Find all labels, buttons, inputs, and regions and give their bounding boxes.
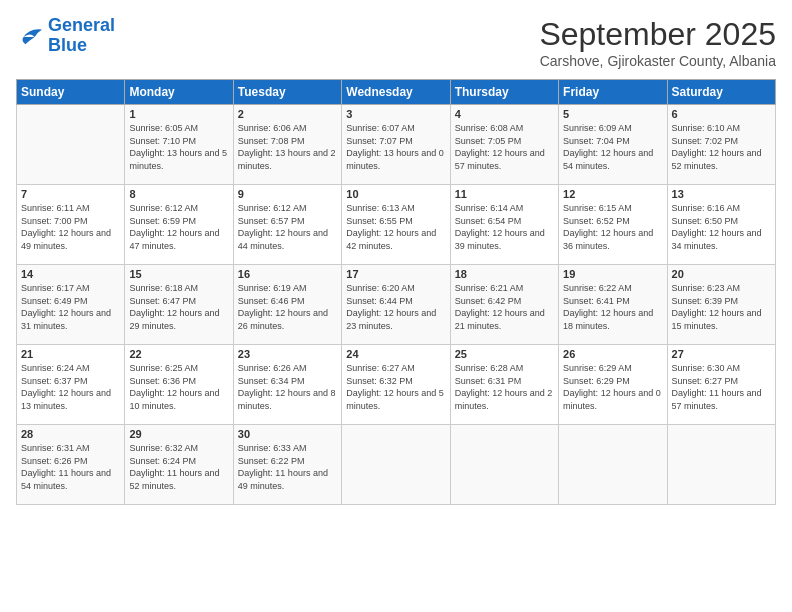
calendar-cell: 7 Sunrise: 6:11 AM Sunset: 7:00 PM Dayli… xyxy=(17,185,125,265)
day-number: 23 xyxy=(238,348,337,360)
daylight-label: Daylight: 12 hours and 54 minutes. xyxy=(563,148,653,171)
daylight-label: Daylight: 12 hours and 5 minutes. xyxy=(346,388,444,411)
logo: General Blue xyxy=(16,16,115,56)
sunset-label: Sunset: 6:27 PM xyxy=(672,376,739,386)
sunrise-label: Sunrise: 6:33 AM xyxy=(238,443,307,453)
day-number: 9 xyxy=(238,188,337,200)
sunset-label: Sunset: 6:31 PM xyxy=(455,376,522,386)
day-info: Sunrise: 6:31 AM Sunset: 6:26 PM Dayligh… xyxy=(21,442,120,492)
daylight-label: Daylight: 12 hours and 8 minutes. xyxy=(238,388,336,411)
day-info: Sunrise: 6:29 AM Sunset: 6:29 PM Dayligh… xyxy=(563,362,662,412)
day-number: 26 xyxy=(563,348,662,360)
calendar-cell: 13 Sunrise: 6:16 AM Sunset: 6:50 PM Dayl… xyxy=(667,185,775,265)
calendar-cell: 27 Sunrise: 6:30 AM Sunset: 6:27 PM Dayl… xyxy=(667,345,775,425)
calendar-cell: 15 Sunrise: 6:18 AM Sunset: 6:47 PM Dayl… xyxy=(125,265,233,345)
calendar-cell: 4 Sunrise: 6:08 AM Sunset: 7:05 PM Dayli… xyxy=(450,105,558,185)
sunrise-label: Sunrise: 6:10 AM xyxy=(672,123,741,133)
daylight-label: Daylight: 12 hours and 47 minutes. xyxy=(129,228,219,251)
day-number: 4 xyxy=(455,108,554,120)
dow-header-monday: Monday xyxy=(125,80,233,105)
day-number: 25 xyxy=(455,348,554,360)
sunrise-label: Sunrise: 6:18 AM xyxy=(129,283,198,293)
sunset-label: Sunset: 6:42 PM xyxy=(455,296,522,306)
sunset-label: Sunset: 6:49 PM xyxy=(21,296,88,306)
sunset-label: Sunset: 6:50 PM xyxy=(672,216,739,226)
day-info: Sunrise: 6:23 AM Sunset: 6:39 PM Dayligh… xyxy=(672,282,771,332)
month-title: September 2025 xyxy=(539,16,776,53)
sunrise-label: Sunrise: 6:30 AM xyxy=(672,363,741,373)
sunrise-label: Sunrise: 6:14 AM xyxy=(455,203,524,213)
daylight-label: Daylight: 12 hours and 42 minutes. xyxy=(346,228,436,251)
day-number: 19 xyxy=(563,268,662,280)
sunrise-label: Sunrise: 6:11 AM xyxy=(21,203,90,213)
daylight-label: Daylight: 12 hours and 29 minutes. xyxy=(129,308,219,331)
sunset-label: Sunset: 6:26 PM xyxy=(21,456,88,466)
sunset-label: Sunset: 6:46 PM xyxy=(238,296,305,306)
calendar-cell: 18 Sunrise: 6:21 AM Sunset: 6:42 PM Dayl… xyxy=(450,265,558,345)
calendar-cell: 20 Sunrise: 6:23 AM Sunset: 6:39 PM Dayl… xyxy=(667,265,775,345)
daylight-label: Daylight: 13 hours and 0 minutes. xyxy=(346,148,444,171)
calendar-cell: 25 Sunrise: 6:28 AM Sunset: 6:31 PM Dayl… xyxy=(450,345,558,425)
sunset-label: Sunset: 7:00 PM xyxy=(21,216,88,226)
location-subtitle: Carshove, Gjirokaster County, Albania xyxy=(539,53,776,69)
day-info: Sunrise: 6:32 AM Sunset: 6:24 PM Dayligh… xyxy=(129,442,228,492)
day-number: 6 xyxy=(672,108,771,120)
calendar-cell xyxy=(17,105,125,185)
day-info: Sunrise: 6:15 AM Sunset: 6:52 PM Dayligh… xyxy=(563,202,662,252)
daylight-label: Daylight: 12 hours and 44 minutes. xyxy=(238,228,328,251)
sunset-label: Sunset: 7:05 PM xyxy=(455,136,522,146)
calendar-week-5: 28 Sunrise: 6:31 AM Sunset: 6:26 PM Dayl… xyxy=(17,425,776,505)
calendar-cell: 2 Sunrise: 6:06 AM Sunset: 7:08 PM Dayli… xyxy=(233,105,341,185)
calendar-week-3: 14 Sunrise: 6:17 AM Sunset: 6:49 PM Dayl… xyxy=(17,265,776,345)
calendar-cell: 28 Sunrise: 6:31 AM Sunset: 6:26 PM Dayl… xyxy=(17,425,125,505)
calendar-cell: 23 Sunrise: 6:26 AM Sunset: 6:34 PM Dayl… xyxy=(233,345,341,425)
sunrise-label: Sunrise: 6:28 AM xyxy=(455,363,524,373)
day-info: Sunrise: 6:22 AM Sunset: 6:41 PM Dayligh… xyxy=(563,282,662,332)
dow-header-saturday: Saturday xyxy=(667,80,775,105)
calendar-cell: 21 Sunrise: 6:24 AM Sunset: 6:37 PM Dayl… xyxy=(17,345,125,425)
calendar-body: 1 Sunrise: 6:05 AM Sunset: 7:10 PM Dayli… xyxy=(17,105,776,505)
calendar-cell: 1 Sunrise: 6:05 AM Sunset: 7:10 PM Dayli… xyxy=(125,105,233,185)
sunrise-label: Sunrise: 6:32 AM xyxy=(129,443,198,453)
sunset-label: Sunset: 7:08 PM xyxy=(238,136,305,146)
sunrise-label: Sunrise: 6:27 AM xyxy=(346,363,415,373)
day-number: 24 xyxy=(346,348,445,360)
calendar-cell: 11 Sunrise: 6:14 AM Sunset: 6:54 PM Dayl… xyxy=(450,185,558,265)
sunset-label: Sunset: 6:59 PM xyxy=(129,216,196,226)
daylight-label: Daylight: 11 hours and 54 minutes. xyxy=(21,468,111,491)
daylight-label: Daylight: 11 hours and 49 minutes. xyxy=(238,468,328,491)
day-info: Sunrise: 6:20 AM Sunset: 6:44 PM Dayligh… xyxy=(346,282,445,332)
day-number: 20 xyxy=(672,268,771,280)
day-info: Sunrise: 6:21 AM Sunset: 6:42 PM Dayligh… xyxy=(455,282,554,332)
title-block: September 2025 Carshove, Gjirokaster Cou… xyxy=(539,16,776,69)
day-info: Sunrise: 6:10 AM Sunset: 7:02 PM Dayligh… xyxy=(672,122,771,172)
daylight-label: Daylight: 12 hours and 18 minutes. xyxy=(563,308,653,331)
sunset-label: Sunset: 7:04 PM xyxy=(563,136,630,146)
day-number: 5 xyxy=(563,108,662,120)
logo-icon xyxy=(16,24,44,48)
day-info: Sunrise: 6:24 AM Sunset: 6:37 PM Dayligh… xyxy=(21,362,120,412)
sunrise-label: Sunrise: 6:12 AM xyxy=(129,203,198,213)
sunrise-label: Sunrise: 6:17 AM xyxy=(21,283,90,293)
daylight-label: Daylight: 12 hours and 52 minutes. xyxy=(672,148,762,171)
day-number: 29 xyxy=(129,428,228,440)
dow-header-friday: Friday xyxy=(559,80,667,105)
sunrise-label: Sunrise: 6:23 AM xyxy=(672,283,741,293)
sunset-label: Sunset: 6:24 PM xyxy=(129,456,196,466)
day-number: 15 xyxy=(129,268,228,280)
day-info: Sunrise: 6:27 AM Sunset: 6:32 PM Dayligh… xyxy=(346,362,445,412)
sunrise-label: Sunrise: 6:07 AM xyxy=(346,123,415,133)
calendar-cell: 29 Sunrise: 6:32 AM Sunset: 6:24 PM Dayl… xyxy=(125,425,233,505)
day-number: 27 xyxy=(672,348,771,360)
calendar-cell: 12 Sunrise: 6:15 AM Sunset: 6:52 PM Dayl… xyxy=(559,185,667,265)
calendar-cell: 22 Sunrise: 6:25 AM Sunset: 6:36 PM Dayl… xyxy=(125,345,233,425)
calendar-cell: 19 Sunrise: 6:22 AM Sunset: 6:41 PM Dayl… xyxy=(559,265,667,345)
sunrise-label: Sunrise: 6:31 AM xyxy=(21,443,90,453)
day-info: Sunrise: 6:08 AM Sunset: 7:05 PM Dayligh… xyxy=(455,122,554,172)
day-number: 10 xyxy=(346,188,445,200)
day-number: 11 xyxy=(455,188,554,200)
sunrise-label: Sunrise: 6:29 AM xyxy=(563,363,632,373)
day-info: Sunrise: 6:16 AM Sunset: 6:50 PM Dayligh… xyxy=(672,202,771,252)
daylight-label: Daylight: 12 hours and 13 minutes. xyxy=(21,388,111,411)
logo-blue: Blue xyxy=(48,35,87,55)
